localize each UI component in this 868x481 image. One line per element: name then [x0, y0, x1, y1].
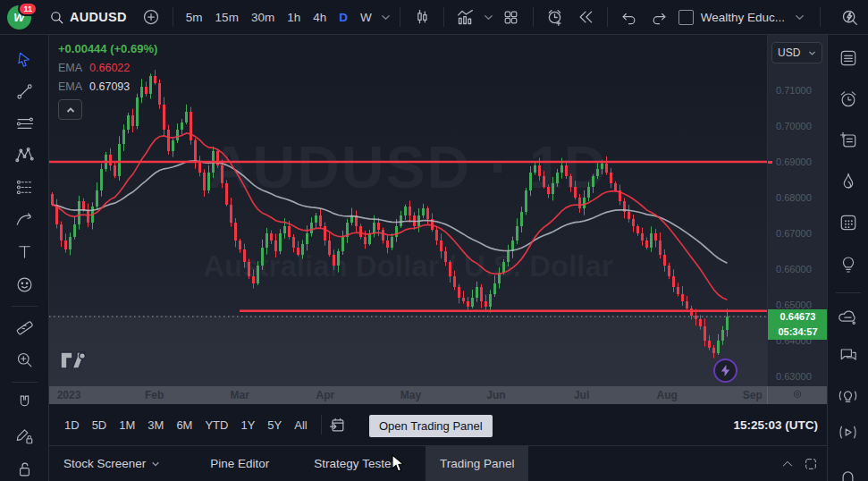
bar-replay-button[interactable] — [570, 3, 601, 31]
fib-retracement-tool[interactable] — [9, 110, 39, 137]
range-1d[interactable]: 1D — [58, 415, 86, 435]
create-alert-button[interactable] — [540, 3, 570, 31]
streams-button[interactable] — [833, 418, 864, 446]
pattern-xabcd-tool[interactable] — [9, 141, 39, 168]
chart-settings-corner-button[interactable] — [767, 386, 827, 404]
range-3m[interactable]: 3M — [141, 415, 170, 435]
layout-checkbox[interactable] — [678, 10, 694, 25]
ideas-stream-button[interactable] — [833, 382, 864, 410]
indicators-templates-chevron-icon[interactable] — [481, 13, 496, 22]
undo-arrow-icon — [620, 9, 637, 26]
symbol-search-button[interactable]: AUDUSD — [40, 3, 136, 31]
compare-add-button[interactable] — [136, 3, 166, 31]
interval-4h[interactable]: 4h — [307, 4, 333, 30]
boost-button[interactable] — [713, 359, 737, 383]
tab-stock-screener[interactable]: Stock Screener — [49, 446, 174, 481]
emoji-tool[interactable] — [9, 271, 39, 298]
tab-strategy-tester[interactable]: Strategy Tester — [299, 446, 409, 481]
minds-button[interactable] — [833, 303, 864, 332]
currency-label: USD — [778, 46, 800, 59]
layout-name: Wealthy Educ... — [701, 11, 785, 24]
time-axis[interactable]: 2023FebMarAprMayJunJulAugSep — [49, 386, 767, 404]
price-tick-label: 0.70000 — [776, 121, 812, 131]
price-tick-label: 0.66000 — [776, 264, 812, 274]
chart-pane[interactable]: AUDUSD · 1D Australian Dollar / U.S. Dol… — [49, 35, 767, 386]
range-ytd[interactable]: YTD — [198, 415, 234, 435]
interval-5m[interactable]: 5m — [180, 4, 209, 30]
redo-button[interactable] — [645, 3, 675, 31]
range-1y[interactable]: 1Y — [234, 415, 261, 435]
interval-1d-active[interactable]: D — [333, 4, 354, 30]
alerts-button[interactable] — [833, 85, 864, 114]
play-waves-icon — [837, 421, 859, 443]
interval-30m[interactable]: 30m — [245, 4, 281, 30]
drawing-lock-tool[interactable] — [9, 422, 39, 449]
tab-trading-panel[interactable]: Trading Panel — [426, 446, 529, 481]
undo-button[interactable] — [614, 3, 645, 31]
range-5d[interactable]: 5D — [86, 415, 114, 435]
currency-selector[interactable]: USD — [771, 42, 822, 63]
watchlist-button[interactable] — [833, 44, 864, 72]
zoom-in-tool[interactable] — [9, 346, 39, 373]
maximize-icon — [804, 457, 818, 471]
layout-manager[interactable]: Wealthy Educ... — [678, 10, 807, 25]
user-menu-button[interactable]: W 11 — [7, 5, 31, 30]
lock-all-tool[interactable] — [9, 455, 39, 481]
hotlists-button[interactable] — [833, 167, 864, 196]
trend-line-tool[interactable] — [9, 78, 39, 105]
chat-button[interactable] — [833, 341, 864, 369]
ideas-button[interactable] — [833, 249, 864, 278]
text-tool[interactable] — [9, 238, 39, 265]
toolbar-separator — [533, 7, 534, 27]
quick-search-button[interactable] — [834, 3, 864, 31]
notification-badge: 11 — [18, 2, 38, 16]
notes-button[interactable] — [833, 126, 864, 155]
brush-tool[interactable] — [9, 206, 39, 232]
indicators-button[interactable] — [451, 3, 481, 31]
server-clock[interactable]: 15:25:03 (UTC) — [733, 418, 818, 432]
range-1m[interactable]: 1M — [113, 415, 141, 435]
flame-icon — [838, 171, 859, 192]
calendar-goto-icon — [329, 417, 346, 434]
range-all[interactable]: All — [288, 415, 313, 435]
chart-type-button[interactable] — [407, 3, 437, 31]
cursor-tool-active[interactable] — [9, 46, 39, 73]
tab-pine-editor[interactable]: Pine Editor — [196, 446, 283, 481]
bell-icon — [837, 464, 859, 481]
range-5y[interactable]: 5Y — [261, 415, 288, 435]
interval-1w[interactable]: W — [354, 4, 378, 30]
interval-1h[interactable]: 1h — [281, 4, 307, 30]
toolbar-divider — [12, 382, 38, 383]
chevron-down-icon — [151, 460, 160, 468]
time-tick-label: Sep — [743, 389, 763, 401]
measure-ruler-tool[interactable] — [9, 314, 39, 341]
maximize-panel-button[interactable] — [804, 457, 818, 471]
notifications-button[interactable] — [833, 460, 864, 481]
time-tick-label: Jun — [486, 389, 505, 401]
interval-menu-chevron-icon[interactable] — [378, 13, 393, 22]
tradingview-logo[interactable] — [59, 350, 91, 371]
magnet-mode-tool[interactable] — [9, 389, 39, 416]
bottom-tabs-bar: Stock Screener Pine Editor Strategy Test… — [49, 445, 827, 481]
range-6m[interactable]: 6M — [170, 415, 198, 435]
right-sidebar — [827, 35, 868, 481]
alarm-clock-icon — [838, 89, 859, 110]
tab-label: Strategy Tester — [314, 457, 395, 470]
watchlist-icon — [838, 47, 859, 69]
calendar-button[interactable] — [833, 208, 864, 237]
ema-slow-legend[interactable]: EMA 0.67093 — [58, 80, 157, 93]
tradingview-app: W 11 AUDUSD 5m 15m 30m 1h 4h D W — [0, 0, 868, 481]
toolbar-separator — [321, 415, 322, 435]
layout-grid-button[interactable] — [496, 3, 527, 31]
price-axis[interactable]: USD 0.710000.700000.690000.680000.670000… — [767, 35, 827, 386]
ema-fast-legend[interactable]: EMA 0.66022 — [58, 62, 157, 74]
layout-chevron-icon[interactable] — [792, 13, 807, 22]
time-tick-label: Feb — [145, 389, 164, 401]
expand-panel-button[interactable] — [780, 457, 795, 471]
legend-collapse-button[interactable] — [58, 99, 82, 120]
go-to-date-button[interactable] — [329, 417, 346, 434]
interval-15m[interactable]: 15m — [209, 4, 245, 30]
tab-label: Trading Panel — [440, 457, 515, 470]
forecast-tool[interactable] — [9, 173, 39, 200]
price-tick-label: 0.68000 — [776, 192, 812, 203]
